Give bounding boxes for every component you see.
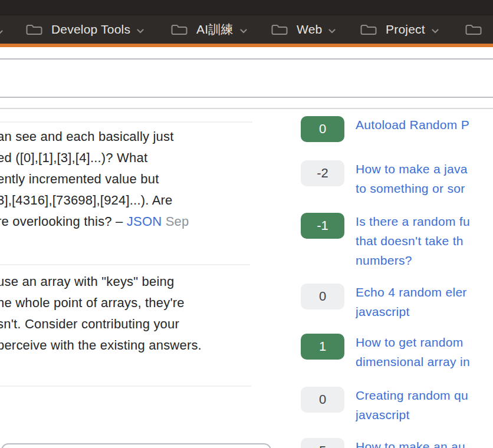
divider xyxy=(0,58,493,60)
bookmark-label: Project xyxy=(386,22,425,37)
related-question-link[interactable]: Creating random qu javascript xyxy=(356,386,493,424)
comment-text-line: ently incremented value but xyxy=(0,169,254,190)
comment: an see and each basically just ed ([0],[… xyxy=(0,126,254,232)
related-question-link[interactable]: Is there a random fu that doesn't take t… xyxy=(356,212,493,270)
add-comment-input[interactable] xyxy=(1,443,271,448)
question-title-line: that doesn't take th xyxy=(356,231,493,251)
chevron-down-icon xyxy=(0,27,3,37)
comment-text-line: ed ([0],[1],[3],[4]...)? What xyxy=(0,147,254,169)
related-question-row: -1 Is there a random fu that doesn't tak… xyxy=(301,213,493,239)
folder-icon xyxy=(271,24,288,36)
related-question-row: 0 Echo 4 random eler javascript xyxy=(301,284,493,309)
related-question-row: 5 How to make an au xyxy=(301,438,493,448)
question-title-line: javascript xyxy=(356,405,493,424)
comment-author-link[interactable]: JSON xyxy=(127,214,162,229)
vote-badge: -1 xyxy=(301,213,344,239)
question-title-line: Creating random qu xyxy=(356,386,493,405)
comment: use an array with "keys" being he whole … xyxy=(0,271,254,356)
bookmark-label: AI訓練 xyxy=(196,21,234,38)
comments-top-divider xyxy=(0,121,252,123)
comment-text-line: he whole point of arrays, they're xyxy=(0,292,254,314)
question-title-line: Echo 4 random eler xyxy=(356,282,493,302)
related-question-link[interactable]: How to make a java to something or sor xyxy=(356,159,493,198)
vote-count: -2 xyxy=(317,166,328,181)
vote-badge: 0 xyxy=(301,284,344,309)
related-question-link[interactable]: Autoload Random P xyxy=(356,115,493,134)
vote-count: 0 xyxy=(319,121,326,137)
vote-badge: 0 xyxy=(301,116,344,142)
bookmark-folder-project[interactable]: Project xyxy=(360,15,439,44)
related-question-row: 1 How to get random dimensional array in xyxy=(301,334,493,360)
bookmark-folder-ai-training[interactable]: AI訓練 xyxy=(170,15,247,44)
question-title-line: javascript xyxy=(356,302,493,321)
question-title-line: How to make an au xyxy=(356,437,493,448)
comment-text: re overlooking this? – xyxy=(0,214,127,229)
browser-window: Develop Tools AI訓練 Web Project an see a xyxy=(0,0,493,448)
folder-icon xyxy=(465,24,482,36)
chevron-down-icon xyxy=(137,25,144,36)
bookmarks-bar: Develop Tools AI訓練 Web Project xyxy=(0,15,493,44)
vote-badge: 0 xyxy=(301,387,344,413)
folder-icon xyxy=(360,24,377,36)
chevron-down-icon xyxy=(432,25,439,36)
vote-badge: 1 xyxy=(301,334,344,360)
related-question-link[interactable]: How to get random dimensional array in xyxy=(356,332,493,371)
comment-text-line: sn't. Consider contributing your xyxy=(0,314,254,335)
folder-icon xyxy=(25,24,43,36)
chevron-down-icon xyxy=(240,25,247,36)
comment-text-line: 3],[4316],[73698],[924]...). Are xyxy=(0,190,254,211)
comment-text-line: an see and each basically just xyxy=(0,126,254,147)
page-accent-bar xyxy=(0,44,493,47)
question-title-line: dimensional array in xyxy=(356,352,493,371)
vote-count: 5 xyxy=(319,443,326,448)
vote-badge: -2 xyxy=(301,160,344,186)
comment-divider xyxy=(0,386,251,387)
question-title-line: How to make a java xyxy=(356,159,493,179)
bookmark-label: Develop Tools xyxy=(51,22,130,37)
related-question-row: -2 How to make a java to something or so… xyxy=(301,160,493,186)
bookmark-folder-partial[interactable] xyxy=(465,15,482,44)
comment-divider xyxy=(0,264,250,265)
related-question-link[interactable]: Echo 4 random eler javascript xyxy=(356,282,493,321)
vote-count: 0 xyxy=(319,289,326,304)
comment-date: Sep xyxy=(162,214,189,229)
related-question-link[interactable]: How to make an au xyxy=(356,437,493,448)
question-title-line: to something or sor xyxy=(356,179,493,198)
window-titlebar xyxy=(0,0,493,15)
folder-icon xyxy=(170,24,188,36)
question-title-line: numbers? xyxy=(356,251,493,270)
related-question-row: 0 Creating random qu javascript xyxy=(301,387,493,413)
related-question-row: 0 Autoload Random P xyxy=(301,116,493,142)
bookmark-label: Web xyxy=(297,22,322,37)
question-title-line: Autoload Random P xyxy=(356,115,493,134)
comment-text-line: re overlooking this? – JSON Sep xyxy=(0,211,254,232)
comment-text-line: perceive with the existing answers. xyxy=(0,335,254,356)
question-title-line: Is there a random fu xyxy=(356,212,493,231)
divider xyxy=(0,108,493,109)
bookmark-folder-develop-tools[interactable]: Develop Tools xyxy=(25,15,144,44)
vote-badge: 5 xyxy=(301,438,344,448)
vote-count: 1 xyxy=(319,339,326,354)
bookmark-folder-web[interactable]: Web xyxy=(271,15,336,44)
vote-count: -1 xyxy=(317,218,328,233)
chevron-down-icon xyxy=(328,25,336,36)
vote-count: 0 xyxy=(319,392,326,407)
divider xyxy=(0,97,493,98)
comment-text-line: use an array with "keys" being xyxy=(0,271,254,292)
question-title-line: How to get random xyxy=(356,332,493,352)
